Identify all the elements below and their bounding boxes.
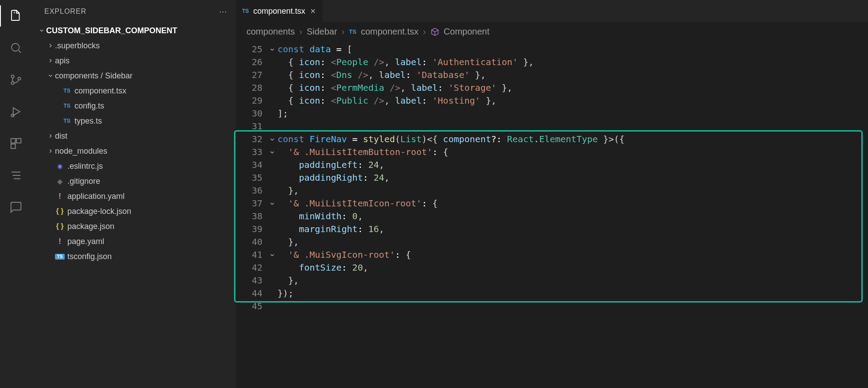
tree-file[interactable]: { }package.json <box>32 219 236 234</box>
tree-file[interactable]: TSconfig.ts <box>32 98 236 113</box>
tree-file[interactable]: { }package-lock.json <box>32 204 236 219</box>
ts-icon: TS <box>349 28 356 35</box>
json-icon: { } <box>55 207 65 215</box>
code-line[interactable] <box>278 120 868 133</box>
breadcrumbs[interactable]: components › Sidebar › TS component.tsx … <box>236 22 868 40</box>
code-line[interactable]: fontSize: 20, <box>278 261 868 274</box>
tree-root[interactable]: CUSTOM_SIDEBAR_COMPONENT <box>32 23 236 38</box>
activity-search-icon[interactable] <box>5 37 27 58</box>
breadcrumb-item[interactable]: component.tsx <box>361 27 418 37</box>
file-tree: CUSTOM_SIDEBAR_COMPONENT .superblocksapi… <box>32 21 236 266</box>
code-line[interactable] <box>278 300 868 313</box>
tree-folder[interactable]: dist <box>32 128 236 144</box>
ts-icon: TS <box>62 103 72 109</box>
activity-bar <box>0 0 32 388</box>
code-line[interactable]: }, <box>278 184 868 197</box>
code-line[interactable]: minWidth: 0, <box>278 210 868 223</box>
fold-empty <box>267 261 278 274</box>
chevron-right-icon <box>46 58 55 64</box>
activity-outline-icon[interactable] <box>5 165 27 186</box>
code-line[interactable]: }, <box>278 274 868 287</box>
component-symbol-icon <box>430 27 439 36</box>
code-line[interactable]: { icon: <Dns />, label: 'Database' }, <box>278 69 868 81</box>
fold-empty <box>267 184 278 197</box>
explorer-sidebar: EXPLORER ⋯ CUSTOM_SIDEBAR_COMPONENT .sup… <box>32 0 236 388</box>
chevron-right-icon <box>46 148 55 154</box>
fold-chevron-icon[interactable] <box>267 133 278 146</box>
code-line[interactable]: { icon: <PermMedia />, label: 'Storage' … <box>278 81 868 94</box>
code-line[interactable]: { icon: <People />, label: 'Authenticati… <box>278 56 868 69</box>
breadcrumb-item[interactable]: Sidebar <box>307 27 337 37</box>
tree-item-label: node_modules <box>55 147 107 156</box>
code-content[interactable]: const data = [ { icon: <People />, label… <box>278 43 868 313</box>
fold-gutter[interactable] <box>267 43 278 313</box>
tree-folder[interactable]: .superblocks <box>32 38 236 53</box>
activity-run-debug-icon[interactable] <box>5 101 27 122</box>
activity-files-icon[interactable] <box>5 5 27 27</box>
line-number: 25 <box>236 43 267 56</box>
svg-rect-6 <box>11 144 16 148</box>
tree-item-label: dist <box>55 132 67 141</box>
code-line[interactable]: '& .MuiSvgIcon-root': { <box>278 248 868 261</box>
code-editor[interactable]: 2526272829303132333435363738394041424344… <box>236 40 868 313</box>
tree-folder[interactable]: node_modules <box>32 144 236 159</box>
ts-icon: TS <box>242 8 249 14</box>
tree-file[interactable]: !application.yaml <box>32 189 236 204</box>
tree-file[interactable]: TScomponent.tsx <box>32 83 236 98</box>
code-line[interactable]: { icon: <Public />, label: 'Hosting' }, <box>278 94 868 107</box>
fold-chevron-icon[interactable] <box>267 146 278 159</box>
tree-item-label: types.ts <box>74 116 102 126</box>
tree-root-label: CUSTOM_SIDEBAR_COMPONENT <box>46 26 177 35</box>
code-line[interactable]: }, <box>278 236 868 248</box>
code-line[interactable]: const data = [ <box>278 43 868 56</box>
tree-file[interactable]: !page.yaml <box>32 234 236 249</box>
tree-file[interactable]: ◆.gitignore <box>32 174 236 189</box>
git-icon: ◆ <box>55 177 65 186</box>
code-line[interactable]: '& .MuiListItemIcon-root': { <box>278 197 868 210</box>
tree-item-label: config.ts <box>74 101 104 111</box>
activity-extensions-icon[interactable] <box>5 133 27 154</box>
activity-remote-icon[interactable] <box>5 197 27 218</box>
tree-folder[interactable]: components / Sidebar <box>32 68 236 83</box>
tree-folder[interactable]: apis <box>32 53 236 68</box>
tree-item-label: .superblocks <box>55 41 100 50</box>
editor-area: TS component.tsx components › Sidebar › … <box>236 0 868 388</box>
code-line[interactable]: '& .MuiListItemButton-root': { <box>278 146 868 159</box>
fold-empty <box>267 287 278 300</box>
line-number: 29 <box>236 94 267 107</box>
fold-empty <box>267 81 278 94</box>
activity-source-control-icon[interactable] <box>5 69 27 90</box>
fold-empty <box>267 210 278 223</box>
tree-file[interactable]: ◉.eslintrc.js <box>32 159 236 174</box>
line-number: 34 <box>236 159 267 171</box>
close-icon[interactable] <box>309 8 317 15</box>
fold-chevron-icon[interactable] <box>267 197 278 210</box>
code-line[interactable]: marginRight: 16, <box>278 223 868 236</box>
explorer-more-icon[interactable]: ⋯ <box>219 7 227 16</box>
line-number-gutter: 2526272829303132333435363738394041424344… <box>236 43 267 313</box>
tree-item-label: package-lock.json <box>67 207 131 216</box>
line-number: 36 <box>236 184 267 197</box>
svg-rect-7 <box>16 139 21 143</box>
tree-file[interactable]: TStypes.ts <box>32 113 236 128</box>
code-line[interactable]: ]; <box>278 107 868 120</box>
code-line[interactable]: const FireNav = styled(List)<{ component… <box>278 133 868 146</box>
breadcrumb-item[interactable]: Component <box>444 27 489 37</box>
code-line[interactable]: paddingRight: 24, <box>278 171 868 184</box>
fold-chevron-icon[interactable] <box>267 43 278 56</box>
code-line[interactable]: }); <box>278 287 868 300</box>
tab-component-tsx[interactable]: TS component.tsx <box>236 0 323 22</box>
fold-empty <box>267 300 278 313</box>
fold-empty <box>267 236 278 248</box>
breadcrumb-item[interactable]: components <box>246 27 295 37</box>
line-number: 42 <box>236 261 267 274</box>
chevron-down-icon <box>37 27 46 34</box>
code-line[interactable]: paddingLeft: 24, <box>278 159 868 171</box>
chevron-right-icon <box>46 133 55 139</box>
line-number: 28 <box>236 81 267 94</box>
fold-chevron-icon[interactable] <box>267 248 278 261</box>
line-number: 39 <box>236 223 267 236</box>
line-number: 38 <box>236 210 267 223</box>
tree-file[interactable]: TStsconfig.json <box>32 249 236 264</box>
yaml-icon: ! <box>55 192 65 201</box>
